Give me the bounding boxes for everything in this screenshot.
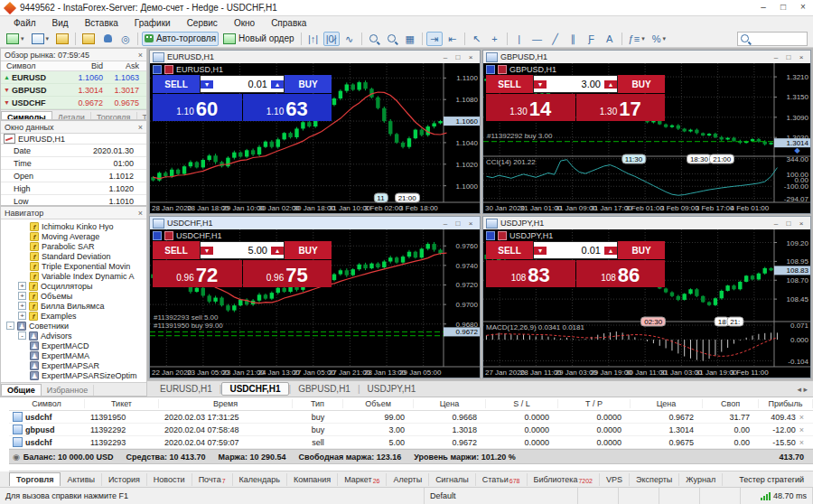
text-tool-icon[interactable]: A — [602, 32, 618, 46]
volume-stepper[interactable]: ▾0.01▴ — [200, 75, 285, 93]
toolbox-tab-VPS[interactable]: VPS — [600, 473, 630, 486]
depth-of-market-icon[interactable] — [164, 65, 173, 74]
auto-scroll-icon[interactable]: ⇥ — [426, 32, 443, 46]
data-window-title[interactable]: Окно данных× — [1, 121, 146, 134]
navigator-button[interactable] — [99, 32, 116, 46]
buy-button[interactable]: BUY — [618, 241, 665, 259]
tab-scroll-left-icon[interactable]: ◂ — [797, 385, 801, 394]
navigator-tab-0[interactable]: Общие — [1, 384, 42, 396]
volume-increase-icon[interactable]: ▴ — [271, 247, 284, 255]
market-watch-tab-3[interactable]: Тик — [137, 112, 148, 120]
close-icon[interactable]: × — [464, 218, 477, 229]
volume-value[interactable]: 3.00 — [547, 79, 604, 89]
bar-chart-type-icon[interactable]: |↑| — [305, 32, 322, 46]
sell-button[interactable]: SELL — [153, 241, 200, 259]
trendline-icon[interactable]: ╱ — [547, 32, 564, 46]
crosshair-icon[interactable]: + — [487, 32, 503, 46]
maximize-button[interactable]: □ — [773, 0, 793, 15]
trade-row[interactable]: gbpusd 11392292 2020.02.04 07:58:48 buy … — [9, 424, 813, 436]
line-chart-type-icon[interactable]: ∿ — [341, 32, 358, 46]
market-watch-title[interactable]: Обзор рынка: 07:59:45× — [1, 49, 146, 61]
market-watch-row[interactable]: ▼ USDCHF 0.9672 0.9675 — [1, 97, 146, 109]
cursor-icon[interactable]: ↖ — [469, 32, 485, 46]
tab-scroll-right-icon[interactable]: ▸ — [803, 385, 808, 394]
column-header[interactable]: S / L — [486, 399, 558, 408]
close-position-icon[interactable]: × — [796, 438, 804, 447]
close-icon[interactable]: × — [138, 209, 143, 218]
collapse-icon[interactable]: - — [18, 331, 26, 340]
close-icon[interactable]: × — [795, 51, 808, 63]
horizontal-line-icon[interactable]: — — [529, 32, 546, 46]
menu-item-Сервис[interactable]: Сервис — [179, 18, 226, 28]
close-button[interactable]: × — [793, 0, 813, 15]
panel-toggle-icon[interactable] — [153, 65, 162, 74]
minimize-icon[interactable]: – — [770, 218, 782, 229]
market-watch-tab-1[interactable]: Детали — [52, 112, 91, 120]
menu-item-Справка[interactable]: Справка — [263, 18, 314, 28]
expand-icon[interactable]: + — [18, 302, 26, 310]
minimize-button[interactable]: – — [753, 0, 773, 15]
volume-decrease-icon[interactable]: ▾ — [201, 80, 213, 89]
navigator-item[interactable]: -♟Advisors — [1, 331, 146, 341]
toolbox-tab-Почта[interactable]: Почта7 — [192, 473, 233, 486]
chart-canvas[interactable]: 109.20108.95108.70108.45108.830.0710.000… — [483, 229, 810, 378]
toolbox-tab-Журнал[interactable]: Журнал — [679, 473, 723, 486]
sell-button[interactable]: SELL — [486, 75, 533, 93]
toolbox-tab-Компания[interactable]: Компания — [287, 473, 338, 486]
market-watch-row[interactable]: ▲ EURUSD 1.1060 1.1063 — [1, 71, 146, 84]
trade-row[interactable]: usdchf 11391950 2020.02.03 17:31:25 buy … — [9, 411, 813, 424]
depth-of-market-icon[interactable] — [164, 231, 173, 240]
column-header[interactable]: Прибыль — [759, 399, 813, 408]
buy-button[interactable]: BUY — [285, 241, 332, 259]
navigator-item[interactable]: +fОбъемы — [1, 291, 146, 301]
chart-window-titlebar[interactable]: GBPUSD,H1 –□× — [483, 51, 810, 63]
column-header[interactable]: Своп — [703, 399, 759, 408]
navigator-item[interactable]: fTriple Exponential Movin — [1, 261, 146, 271]
panel-toggle-icon[interactable] — [486, 65, 495, 74]
buy-button[interactable]: BUY — [618, 75, 665, 93]
volume-stepper[interactable]: ▾3.00▴ — [533, 75, 618, 93]
tile-windows-icon[interactable]: ▦ — [402, 32, 418, 46]
expand-icon[interactable]: + — [18, 292, 26, 300]
navigator-item[interactable]: fVariable Index Dynamic A — [1, 271, 146, 281]
fibonacci-icon[interactable]: Ƒ — [584, 32, 600, 46]
sell-price[interactable]: 0.9672 — [153, 260, 242, 287]
candlestick-chart-type-icon[interactable]: |0̷| — [323, 32, 340, 46]
panel-toggle-icon[interactable] — [153, 231, 162, 240]
buy-price[interactable]: 1.1063 — [243, 94, 332, 121]
profile-selector[interactable]: Default — [425, 488, 578, 504]
close-position-icon[interactable]: × — [796, 413, 804, 422]
volume-value[interactable]: 0.01 — [213, 79, 271, 89]
volume-increase-icon[interactable]: ▴ — [271, 80, 284, 89]
chart-window-titlebar[interactable]: USDCHF,H1 –□× — [150, 217, 480, 229]
connection-status[interactable]: 48.70 ms — [741, 488, 813, 504]
column-header[interactable]: Цена — [631, 399, 703, 408]
collapse-icon[interactable]: - — [6, 322, 14, 330]
market-watch-row[interactable]: ▼ GBPUSD 1.3014 1.3017 — [1, 84, 146, 97]
indicators-button[interactable]: ƒ≡▾ — [626, 32, 648, 46]
channel-icon[interactable]: ∥ — [565, 32, 582, 46]
volume-value[interactable]: 0.01 — [547, 245, 604, 256]
close-icon[interactable]: × — [138, 123, 143, 132]
navigator-item[interactable]: fMoving Average — [1, 231, 146, 241]
zoom-in-icon[interactable] — [366, 32, 382, 46]
menu-item-Вид[interactable]: Вид — [44, 18, 77, 28]
market-watch-tab-2[interactable]: Торговля — [91, 112, 137, 120]
restore-icon[interactable]: □ — [452, 218, 464, 229]
restore-icon[interactable]: □ — [782, 51, 795, 63]
toolbox-tab-Маркет[interactable]: Маркет26 — [338, 473, 387, 486]
minimize-icon[interactable]: – — [439, 218, 452, 229]
volume-decrease-icon[interactable]: ▾ — [201, 247, 213, 255]
restore-icon[interactable]: □ — [782, 218, 795, 229]
strategy-tester-toggle[interactable]: Тестер стратегий — [739, 475, 813, 484]
toolbox-tab-Библиотека[interactable]: Библиотека7202 — [528, 473, 601, 486]
toolbox-tab-Алерты[interactable]: Алерты — [387, 473, 429, 486]
minimize-icon[interactable]: – — [439, 51, 452, 63]
menu-item-Окно[interactable]: Окно — [226, 18, 263, 28]
chart-canvas[interactable]: 1.32101.31501.30901.3030#11392292 buy 3.… — [483, 63, 810, 213]
restore-icon[interactable]: □ — [452, 51, 464, 63]
navigator-tab-1[interactable]: Избранное — [42, 385, 95, 396]
new-chart-button[interactable]: ▾ — [4, 32, 27, 46]
navigator-item[interactable]: +fБилла Вильямса — [1, 301, 146, 311]
column-header[interactable]: Тикет — [85, 399, 159, 408]
